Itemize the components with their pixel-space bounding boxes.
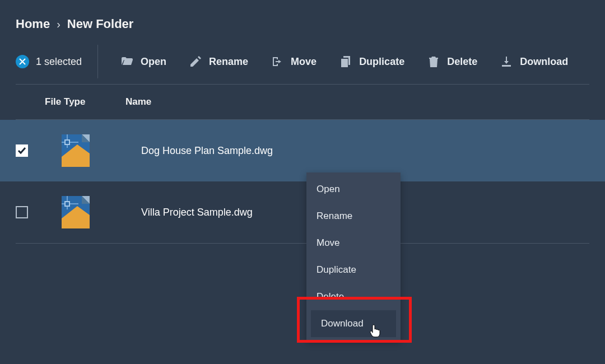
trash-icon	[427, 55, 440, 68]
download-button[interactable]: Download	[500, 55, 568, 68]
table-row[interactable]: Villa Project Sample.dwg	[0, 181, 605, 243]
selection-count: 1 selected	[36, 56, 82, 68]
move-label: Move	[291, 56, 317, 68]
breadcrumb-home[interactable]: Home	[16, 17, 50, 31]
toolbar-actions: Open Rename Move Duplicate Delete Downlo…	[98, 55, 568, 68]
row-checkbox[interactable]	[16, 206, 28, 218]
file-name[interactable]: Dog House Plan Sample.dwg	[106, 145, 589, 157]
move-icon	[271, 55, 284, 68]
move-button[interactable]: Move	[271, 55, 317, 68]
delete-button[interactable]: Delete	[427, 55, 477, 68]
file-list: Dog House Plan Sample.dwgVilla Project S…	[0, 120, 605, 243]
rename-label: Rename	[209, 56, 248, 68]
delete-label: Delete	[447, 56, 477, 68]
check-icon	[17, 146, 26, 155]
breadcrumb-folder[interactable]: New Folder	[67, 17, 134, 31]
download-label: Download	[520, 56, 568, 68]
context-menu-item-open[interactable]: Open	[306, 176, 401, 203]
svg-rect-6	[65, 140, 69, 144]
dwg-file-icon	[62, 134, 90, 167]
context-menu-item-delete[interactable]: Delete	[306, 283, 401, 310]
clear-selection-button[interactable]	[16, 55, 29, 68]
divider	[16, 243, 589, 244]
duplicate-label: Duplicate	[359, 56, 404, 68]
row-checkbox[interactable]	[16, 144, 28, 157]
context-menu-item-duplicate[interactable]: Duplicate	[306, 256, 401, 283]
open-button[interactable]: Open	[120, 55, 166, 68]
duplicate-icon	[339, 55, 352, 68]
selection-block: 1 selected	[16, 45, 98, 78]
context-menu-item-move[interactable]: Move	[306, 230, 401, 256]
selection-toolbar: 1 selected Open Rename Move Duplicate De…	[0, 43, 605, 81]
rename-button[interactable]: Rename	[189, 55, 248, 68]
duplicate-button[interactable]: Duplicate	[339, 55, 404, 68]
chevron-right-icon: ›	[57, 18, 61, 31]
context-menu-item-rename[interactable]: Rename	[306, 203, 401, 230]
open-label: Open	[141, 56, 166, 68]
table-row[interactable]: Dog House Plan Sample.dwg	[0, 120, 605, 181]
folder-open-icon	[120, 55, 134, 68]
column-name[interactable]: Name	[106, 96, 589, 108]
close-icon	[19, 58, 26, 65]
context-menu: OpenRenameMoveDuplicateDeleteDownload	[306, 172, 401, 340]
download-icon	[500, 55, 513, 68]
table-header: File Type Name	[0, 85, 605, 119]
column-file-type[interactable]: File Type	[45, 96, 106, 108]
pencil-icon	[189, 55, 202, 68]
dwg-file-icon	[62, 196, 90, 228]
context-menu-item-download[interactable]: Download	[311, 310, 396, 337]
svg-rect-13	[65, 202, 69, 206]
breadcrumb: Home › New Folder	[0, 0, 605, 43]
